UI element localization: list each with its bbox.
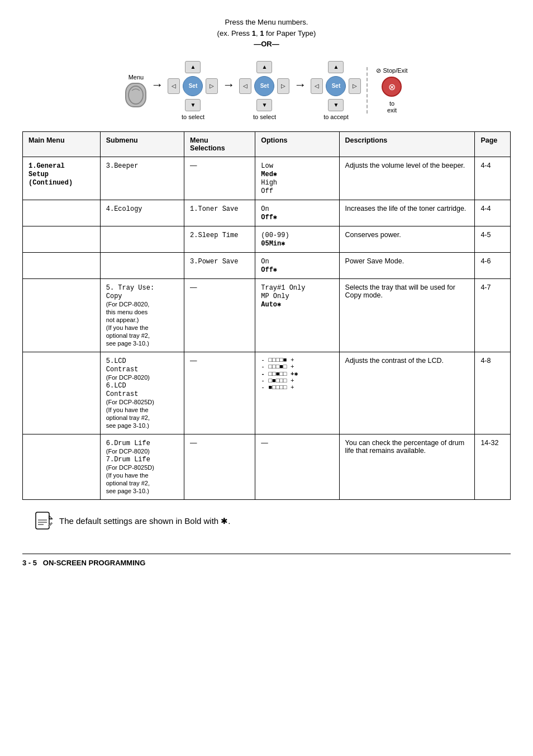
instruction-bold1: 1: [252, 29, 256, 37]
instruction-or: —OR—: [254, 40, 279, 48]
dpad-down-3[interactable]: ▼: [328, 99, 344, 111]
cell-desc-1: Adjusts the volume level of the beeper.: [339, 157, 475, 200]
dpad-up-2[interactable]: ▲: [256, 61, 272, 73]
lcd-bar-5: - ■□□□□ +: [261, 384, 333, 391]
dpad-set-1[interactable]: Set: [183, 76, 203, 96]
header-options: Options: [255, 131, 339, 157]
header-main-menu: Main Menu: [23, 131, 101, 157]
dpad-container-2: ▲ ◁ Set ▷ ▼: [239, 61, 289, 111]
accept-label: to accept: [323, 114, 349, 120]
lcd-bar-2: - □□□■□ +: [261, 363, 333, 370]
page-footer: 3 - 5 ON-SCREEN PROGRAMMING: [22, 554, 511, 567]
header-submenu: Submenu: [100, 131, 184, 157]
dpad-right-1[interactable]: ▷: [206, 78, 218, 94]
dpad-left-1[interactable]: ◁: [168, 78, 180, 94]
dpad-set-3[interactable]: Set: [326, 76, 346, 96]
dpad-container-1: ▲ ◁ Set ▷ ▼: [168, 61, 218, 111]
table-row: 3.Power Save OnOff✱ Power Save Mode. 4-6: [23, 252, 511, 278]
table-row: 5.LCDContrast (For DCP-8020) 6.LCDContra…: [23, 352, 511, 434]
arrow-3: →: [294, 78, 306, 92]
dpad-left-2[interactable]: ◁: [239, 78, 251, 94]
cell-menu-6: —: [184, 352, 255, 434]
cell-main-6: [23, 352, 101, 434]
lcd-bar-3: - □□■□□ +✱: [261, 370, 333, 377]
instruction-line2-end: for Paper Type): [264, 29, 316, 37]
table-row: 1.GeneralSetup(Continued) 3.Beeper — Low…: [23, 157, 511, 200]
lcd-bar-1: - □□□□■ +: [261, 357, 333, 363]
instruction-line1: Press the Menu numbers.: [225, 18, 308, 26]
cell-sub-4: [100, 252, 184, 278]
dpad-down-2[interactable]: ▼: [256, 99, 272, 111]
instruction-line2-prefix: (ex. Press: [217, 29, 252, 37]
dpad-up-1[interactable]: ▲: [185, 61, 201, 73]
cell-main-7: [23, 434, 101, 499]
arrow-1: →: [151, 78, 163, 92]
to-label: to: [389, 100, 394, 107]
cell-sub-3: [100, 226, 184, 252]
cell-options-3: (00-99)05Min✱: [255, 226, 339, 252]
cell-sub-5: 5. Tray Use:Copy (For DCP-8020,this menu…: [100, 278, 184, 352]
dpad-right-3[interactable]: ▷: [349, 78, 361, 94]
cell-main-3: [23, 226, 101, 252]
cell-main-2: [23, 200, 101, 226]
dpad-down-1[interactable]: ▼: [185, 99, 201, 111]
nav-diagram: Menu → ▲ ◁ Set ▷ ▼ to select →: [125, 61, 407, 120]
dpad-left-3[interactable]: ◁: [311, 78, 323, 94]
select1-label: to select: [182, 114, 204, 120]
dpad-accept: ▲ ◁ Set ▷ ▼ to accept: [311, 61, 361, 120]
cell-sub-6: 5.LCDContrast (For DCP-8020) 6.LCDContra…: [100, 352, 184, 434]
cell-page-4: 4-6: [475, 252, 511, 278]
main-table: Main Menu Submenu MenuSelections Options…: [22, 131, 511, 500]
stop-exit-button[interactable]: ⊗: [382, 77, 402, 97]
exit-label: exit: [387, 107, 397, 114]
dpad-set-2[interactable]: Set: [254, 76, 274, 96]
cell-desc-3: Conserves power.: [339, 226, 475, 252]
cell-options-4: OnOff✱: [255, 252, 339, 278]
instruction-text: Press the Menu numbers. (ex. Press 1, 1 …: [217, 17, 316, 50]
menu-label: Menu: [129, 74, 144, 81]
cell-page-6: 4-8: [475, 352, 511, 434]
select2-label: to select: [253, 114, 276, 120]
cell-options-2: OnOff✱: [255, 200, 339, 226]
header-desc: Descriptions: [339, 131, 475, 157]
header-page: Page: [475, 131, 511, 157]
table-row: 6.Drum Life (For DCP-8020) 7.Drum Life (…: [23, 434, 511, 499]
stop-exit-label: ⊘ Stop/Exit: [376, 67, 407, 74]
cell-options-6: - □□□□■ + - □□□■□ + - □□■□□ +✱ - □■□□□ +…: [255, 352, 339, 434]
cell-options-5: Tray#1 OnlyMP OnlyAuto✱: [255, 278, 339, 352]
cell-options-7: —: [255, 434, 339, 499]
dpad-right-2[interactable]: ▷: [277, 78, 289, 94]
instruction-area: Press the Menu numbers. (ex. Press 1, 1 …: [22, 11, 511, 120]
arrow-2: →: [222, 78, 235, 92]
cell-options-1: LowMed✱HighOff: [255, 157, 339, 200]
cell-page-7: 14-32: [475, 434, 511, 499]
cell-menu-4: 3.Power Save: [184, 252, 255, 278]
note-icon: [34, 511, 54, 531]
cell-page-2: 4-4: [475, 200, 511, 226]
cell-main-1: 1.GeneralSetup(Continued): [23, 157, 101, 200]
menu-knob[interactable]: [125, 83, 146, 107]
cell-page-3: 4-5: [475, 226, 511, 252]
dpad-container-3: ▲ ◁ Set ▷ ▼: [311, 61, 361, 111]
table-row: 5. Tray Use:Copy (For DCP-8020,this menu…: [23, 278, 511, 352]
dpad-select2: ▲ ◁ Set ▷ ▼ to select: [239, 61, 289, 120]
svg-rect-1: [36, 512, 49, 529]
dpad-up-3[interactable]: ▲: [328, 61, 344, 73]
cell-page-5: 4-7: [475, 278, 511, 352]
header-menu-sel: MenuSelections: [184, 131, 255, 157]
stop-exit-to: to exit: [387, 100, 397, 114]
lcd-bar-4: - □■□□□ +: [261, 377, 333, 384]
cell-menu-1: —: [184, 157, 255, 200]
cell-desc-5: Selects the tray that will be used for C…: [339, 278, 475, 352]
footer-note: The default settings are shown in Bold w…: [22, 511, 511, 531]
dpad-select1: ▲ ◁ Set ▷ ▼ to select: [168, 61, 218, 120]
cell-desc-6: Adjusts the contrast of the LCD.: [339, 352, 475, 434]
cell-menu-5: —: [184, 278, 255, 352]
cell-menu-3: 2.Sleep Time: [184, 226, 255, 252]
cell-desc-7: You can check the percentage of drum lif…: [339, 434, 475, 499]
page-section: ON-SCREEN PROGRAMMING: [43, 559, 145, 567]
page-number: 3 - 5: [22, 559, 37, 567]
cell-menu-2: 1.Toner Save: [184, 200, 255, 226]
cell-main-5: [23, 278, 101, 352]
cell-sub-1: 3.Beeper: [100, 157, 184, 200]
